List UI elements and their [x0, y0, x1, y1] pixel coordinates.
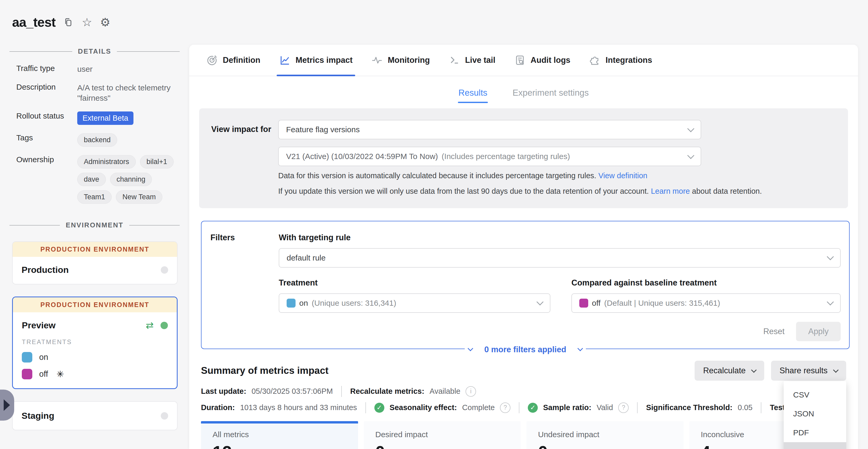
gear-icon[interactable]: ⚙ [100, 17, 110, 28]
environment-name: Preview [22, 320, 56, 330]
version-note-line2: If you update this version we will only … [278, 185, 848, 197]
rollout-status-label: Rollout status [16, 112, 77, 125]
copy-icon[interactable] [63, 17, 74, 28]
card-undesired-impact[interactable]: Undesired impact 0 [526, 421, 684, 449]
metric-summary-cards: All metrics 12 Desired impact 0 Undesire… [201, 421, 846, 449]
owner-chip: Team1 [77, 190, 112, 204]
sidebar: aa_test ☆ ⚙ DETAILS Traffic type user De… [0, 0, 189, 449]
menu-item-csv[interactable]: CSV [784, 385, 846, 404]
divider [519, 402, 519, 413]
flag-header: aa_test ☆ ⚙ [12, 15, 189, 30]
sidebar-expand-handle[interactable] [0, 390, 14, 421]
description-value: A/A test to check telemetry "fairness" [77, 83, 177, 103]
owner-chip: channing [110, 173, 152, 186]
apply-button[interactable]: Apply [796, 322, 841, 341]
main-panel: Definition Metrics impact Monitoring Liv… [189, 45, 858, 449]
production-environment-banner: PRODUCTION ENVIRONMENT [13, 297, 177, 312]
description-row: Description A/A test to check telemetry … [16, 83, 189, 103]
view-definition-link[interactable]: View definition [598, 171, 647, 180]
card-all-metrics[interactable]: All metrics 12 [201, 421, 358, 449]
divider [637, 402, 638, 413]
target-icon [207, 55, 218, 66]
targeting-rule-dropdown[interactable]: default rule [279, 248, 841, 268]
tab-bar: Definition Metrics impact Monitoring Liv… [189, 45, 858, 76]
filters-label: Filters [211, 233, 279, 341]
learn-more-link[interactable]: Learn more [651, 187, 690, 195]
treatment-dropdown[interactable]: on (Unique users: 316,341) [279, 293, 550, 313]
details-section-label: DETAILS [78, 47, 112, 56]
baseline-dropdown[interactable]: off (Default | Unique users: 315,461) [571, 293, 841, 313]
environment-card-staging[interactable]: Staging [12, 401, 178, 430]
tab-definition[interactable]: Definition [207, 45, 260, 76]
environment-section-label: ENVIRONMENT [66, 221, 123, 229]
environment-status-dot [161, 412, 168, 420]
treatment-row-off: off ✳ [22, 369, 168, 379]
traffic-type-row: Traffic type user [16, 64, 189, 74]
share-results-button[interactable]: Share results CSV JSON PDF Copy URL [771, 361, 846, 381]
recalculate-button[interactable]: Recalculate [694, 361, 764, 381]
divider [366, 402, 366, 413]
baseline-label: Compared against baseline treatment [571, 278, 841, 288]
tags-label: Tags [16, 133, 77, 147]
impact-type-dropdown[interactable]: Feature flag versions [278, 120, 701, 139]
owner-chip: dave [77, 173, 106, 186]
tab-live-tail[interactable]: Live tail [449, 45, 495, 76]
traffic-type-value: user [77, 64, 92, 74]
chevron-down-icon [751, 367, 756, 373]
description-label: Description [16, 83, 77, 103]
environment-status-dot-active [160, 322, 168, 329]
version-dropdown[interactable]: V21 (Active) (10/03/2022 04:59PM To Now)… [278, 147, 701, 166]
environment-section-divider: ENVIRONMENT [9, 221, 180, 229]
chevron-down-icon [687, 152, 694, 159]
results-subtab-bar: Results Experiment settings [189, 88, 858, 98]
menu-item-json[interactable]: JSON [784, 404, 846, 423]
terminal-icon [449, 55, 460, 66]
treatment-row-on: on [22, 352, 168, 362]
treatment-on-swatch [287, 299, 296, 307]
production-environment-banner: PRODUCTION ENVIRONMENT [12, 242, 177, 257]
chevron-down-icon [827, 253, 834, 260]
info-icon[interactable]: i [466, 386, 476, 397]
subtab-results[interactable]: Results [459, 88, 487, 98]
chevron-down-icon [578, 346, 583, 351]
page-title: aa_test [12, 15, 56, 30]
question-icon[interactable]: ? [618, 402, 629, 413]
more-filters-toggle[interactable]: 0 more filters applied [465, 344, 586, 355]
filters-panel: Filters With targeting rule default rule… [201, 221, 849, 349]
reset-button[interactable]: Reset [763, 327, 784, 336]
subtab-experiment-settings[interactable]: Experiment settings [513, 88, 589, 98]
environment-name: Staging [22, 411, 54, 421]
puzzle-icon [589, 55, 600, 66]
line-chart-icon [279, 55, 290, 66]
summary-title: Summary of metrics impact [201, 365, 329, 376]
ownership-label: Ownership [16, 155, 77, 204]
tab-integrations[interactable]: Integrations [589, 45, 652, 76]
card-desired-impact[interactable]: Desired impact 0 [364, 421, 521, 449]
tab-monitoring[interactable]: Monitoring [371, 45, 430, 76]
menu-item-copy-url[interactable]: Copy URL [784, 442, 846, 449]
audit-log-icon [515, 55, 525, 66]
environment-card-production[interactable]: PRODUCTION ENVIRONMENT Production [12, 241, 178, 285]
divider [761, 402, 761, 413]
check-icon: ✓ [528, 403, 538, 413]
environment-name: Production [22, 265, 68, 275]
menu-item-pdf[interactable]: PDF [784, 423, 846, 442]
star-icon[interactable]: ☆ [82, 17, 92, 28]
treatment-off-swatch [579, 299, 588, 307]
tag-chip: backend [77, 133, 117, 147]
view-impact-label: View impact for [211, 120, 278, 166]
share-results-menu: CSV JSON PDF Copy URL [784, 381, 846, 449]
question-icon[interactable]: ? [500, 402, 510, 413]
treatment-label: Treatment [279, 278, 550, 288]
tab-audit-logs[interactable]: Audit logs [515, 45, 570, 76]
tab-metrics-impact[interactable]: Metrics impact [279, 45, 352, 76]
view-impact-panel: View impact for Feature flag versions V2… [199, 108, 848, 208]
treatment-off-swatch [22, 369, 32, 379]
owner-chip: bilal+1 [140, 155, 174, 169]
chevron-down-icon [833, 367, 839, 373]
traffic-type-label: Traffic type [16, 64, 77, 74]
environment-status-dot [161, 266, 168, 274]
environment-card-preview[interactable]: PRODUCTION ENVIRONMENT Preview ⇄ TREATME… [12, 297, 178, 389]
summary-meta-line2: Duration: 1013 days 8 hours and 33 minut… [201, 402, 846, 413]
targeting-rule-label: With targeting rule [279, 233, 841, 242]
